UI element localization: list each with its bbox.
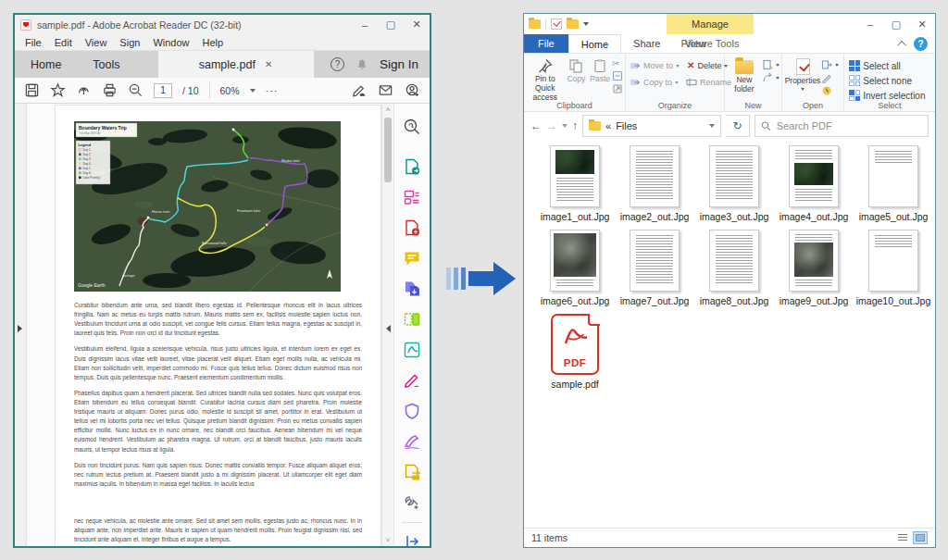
zoom-caret-icon[interactable] <box>250 89 256 93</box>
menu-sign[interactable]: Sign <box>113 37 146 48</box>
page-number-input[interactable]: 1 <box>154 83 172 98</box>
certificates-icon[interactable] <box>403 432 421 451</box>
file-item[interactable]: image8_out.Jpg <box>694 230 774 311</box>
create-pdf-icon[interactable] <box>403 218 421 237</box>
file-list-area[interactable]: image1_out.Jpg image2_out.Jpg image3_out… <box>524 140 935 528</box>
search-input[interactable] <box>777 120 922 131</box>
file-item[interactable]: image10_out.Jpg <box>854 230 933 311</box>
explorer-titlebar[interactable]: Manage – ▢ ✕ <box>524 14 935 34</box>
copy-to-button[interactable]: Copy to <box>630 77 679 88</box>
qat-customize-caret-icon[interactable] <box>583 22 589 26</box>
address-caret-icon[interactable] <box>709 124 715 128</box>
open-button[interactable] <box>821 59 839 70</box>
file-item[interactable]: image1_out.Jpg <box>535 145 615 227</box>
up-icon[interactable]: ↑ <box>572 119 578 132</box>
tab-share[interactable]: Share <box>621 34 672 53</box>
tab-tools[interactable]: Tools <box>77 51 135 78</box>
protect-icon[interactable] <box>403 402 421 420</box>
search-box[interactable] <box>755 115 929 137</box>
tab-home[interactable]: Home <box>15 51 77 78</box>
share-upload-icon[interactable] <box>76 82 92 98</box>
edit-icon[interactable] <box>821 72 832 83</box>
new-item-button[interactable] <box>762 59 780 70</box>
copy-button[interactable]: Copy <box>565 56 589 86</box>
expand-tools-pane-icon[interactable] <box>405 534 419 549</box>
export-pdf-icon[interactable] <box>403 157 421 176</box>
details-view-button[interactable] <box>895 531 910 544</box>
edit-pdf-icon[interactable] <box>403 188 421 206</box>
file-item[interactable]: image9_out.Jpg <box>774 230 854 311</box>
invert-selection-button[interactable]: Invert selection <box>849 90 925 101</box>
new-folder-button[interactable]: New folder <box>727 56 762 96</box>
organize-pages-icon[interactable] <box>403 310 421 329</box>
scroll-up-icon[interactable]: ˄ <box>382 106 393 114</box>
menu-window[interactable]: Window <box>146 37 195 48</box>
qat-new-folder-icon[interactable] <box>567 19 579 29</box>
account-add-icon[interactable] <box>405 82 420 98</box>
minimize-button[interactable]: – <box>352 15 378 34</box>
refresh-icon[interactable]: ↻ <box>726 115 750 137</box>
close-button[interactable]: ✕ <box>909 14 935 34</box>
left-panel-strip[interactable] <box>15 104 27 546</box>
combine-files-icon[interactable] <box>403 280 421 298</box>
forward-icon[interactable]: → <box>546 119 557 132</box>
file-item[interactable]: image5_out.Jpg <box>854 145 933 227</box>
qat-properties-icon[interactable] <box>551 19 562 30</box>
more-tools-dots-icon[interactable]: ··· <box>266 85 279 96</box>
paste-button[interactable]: Paste <box>588 56 612 86</box>
search-icon[interactable] <box>403 118 421 136</box>
breadcrumb[interactable]: « Files <box>582 115 721 137</box>
tab-close-icon[interactable]: ✕ <box>265 59 272 69</box>
print-icon[interactable] <box>102 82 118 98</box>
star-icon[interactable] <box>50 82 66 98</box>
select-none-button[interactable]: Select none <box>849 75 925 86</box>
pdf-file-item[interactable]: PDF sample.pdf <box>535 314 615 406</box>
notification-bell-icon[interactable] <box>356 58 368 71</box>
move-to-button[interactable]: Move to <box>630 60 680 71</box>
back-icon[interactable]: ← <box>530 119 542 132</box>
collapse-tools-pane-icon[interactable] <box>386 325 391 332</box>
paste-shortcut-icon[interactable] <box>612 83 623 94</box>
fill-sign-pen-icon[interactable] <box>351 82 367 98</box>
maximize-button[interactable]: ▢ <box>883 14 909 34</box>
breadcrumb-location[interactable]: Files <box>616 120 637 131</box>
recent-locations-caret-icon[interactable] <box>562 124 568 128</box>
menu-view[interactable]: View <box>79 37 114 48</box>
maximize-button[interactable]: ▢ <box>378 15 404 34</box>
expand-left-panel-icon[interactable] <box>18 325 22 332</box>
comment-icon[interactable] <box>403 249 421 268</box>
collapse-ribbon-icon[interactable] <box>897 40 906 49</box>
help-icon[interactable]: ? <box>914 37 928 51</box>
file-item[interactable]: image7_out.Jpg <box>615 230 694 311</box>
sign-in-button[interactable]: Sign In <box>380 57 418 71</box>
file-item[interactable]: image4_out.Jpg <box>774 145 854 227</box>
cut-icon[interactable]: ✂ <box>612 59 623 68</box>
zoom-level-dropdown[interactable]: 60% <box>220 85 240 96</box>
scrollbar-thumb[interactable] <box>384 118 392 182</box>
tab-picture-tools[interactable]: Picture Tools <box>667 34 754 53</box>
more-tools-icon[interactable] <box>403 493 421 512</box>
compress-pdf-icon[interactable] <box>403 341 421 359</box>
copy-path-icon[interactable] <box>612 70 623 81</box>
request-signatures-icon[interactable] <box>403 463 421 481</box>
zoom-out-icon[interactable] <box>128 82 143 98</box>
file-item[interactable]: image2_out.Jpg <box>615 145 694 227</box>
minimize-button[interactable]: – <box>857 14 883 34</box>
help-icon[interactable]: ? <box>331 57 344 71</box>
file-item[interactable]: image6_out.Jpg <box>535 230 615 311</box>
menu-file[interactable]: File <box>19 37 48 48</box>
acrobat-titlebar[interactable]: sample.pdf - Adobe Acrobat Reader DC (32… <box>15 15 430 34</box>
select-all-button[interactable]: Select all <box>849 60 925 71</box>
pin-to-quick-access-button[interactable]: Pin to Quick access <box>526 56 565 104</box>
menu-edit[interactable]: Edit <box>48 37 79 48</box>
email-icon[interactable] <box>378 82 393 98</box>
properties-button[interactable]: Properties <box>784 56 821 93</box>
scroll-down-icon[interactable]: ˅ <box>382 536 393 544</box>
delete-button[interactable]: ✕ Delete <box>687 60 728 71</box>
menu-help[interactable]: Help <box>196 37 231 48</box>
save-icon[interactable] <box>24 82 40 98</box>
history-icon[interactable] <box>821 85 832 96</box>
thumbnail-view-button[interactable] <box>913 531 928 544</box>
easy-access-button[interactable] <box>762 72 780 83</box>
tab-document[interactable]: sample.pdf ✕ <box>158 51 314 78</box>
